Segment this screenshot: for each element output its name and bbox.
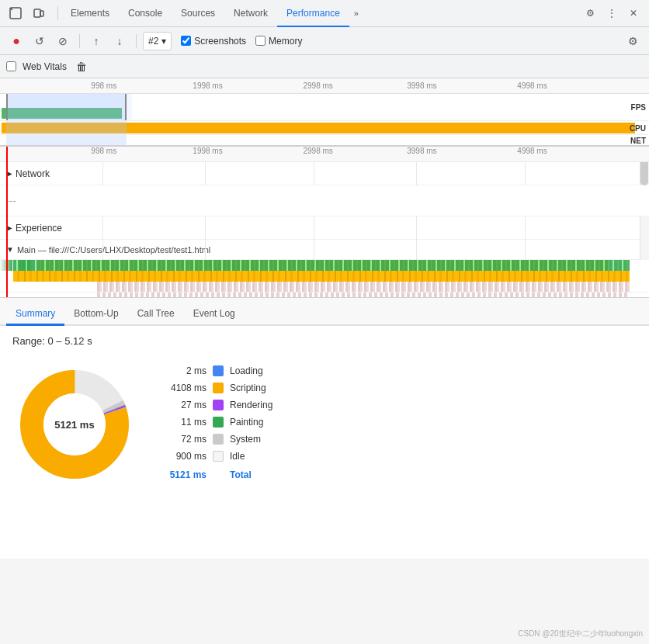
timeline-overview-container[interactable]: 998 ms 1998 ms 2998 ms 3998 ms 4998 ms F…	[0, 78, 649, 147]
more-options-icon[interactable]: ⋮	[602, 4, 621, 23]
tab-network[interactable]: Network	[224, 1, 277, 27]
legend-table: 2 ms Loading 4108 ms Scripting 27 ms Ren…	[160, 362, 362, 483]
main-section-label: Main — file:///C:/Users/LHX/Desktop/test…	[17, 245, 210, 254]
legend-ms-5: 900 ms	[160, 451, 206, 462]
settings-icon[interactable]: ⚙	[581, 4, 599, 23]
ruler-1998: 1998 ms	[193, 81, 222, 90]
net-label: NET	[630, 136, 646, 144]
network-section[interactable]: ▶ Network	[0, 162, 649, 185]
close-icon[interactable]: ✕	[624, 4, 643, 23]
legend-ms-2: 27 ms	[160, 400, 206, 410]
detail-ruler-1998: 1998 ms	[193, 147, 222, 155]
legend-total-label: Total	[230, 469, 252, 480]
upload-button[interactable]: ↑	[86, 31, 106, 51]
main-expand-icon: ▼	[6, 245, 14, 254]
tab-console[interactable]: Console	[119, 1, 172, 27]
legend-row: 11 ms Painting	[160, 414, 362, 431]
legend-row: 2 ms Loading	[160, 362, 362, 379]
donut-total-label: 5121 ms	[54, 419, 94, 431]
ruler-4998: 4998 ms	[517, 81, 547, 90]
detail-ruler: 998 ms 1998 ms 2998 ms 3998 ms 4998 ms	[0, 147, 649, 162]
device-toggle-icon[interactable]	[30, 4, 48, 23]
legend-row: 900 ms Idle	[160, 448, 362, 465]
legend-row: 27 ms Rendering	[160, 396, 362, 414]
tab-sources[interactable]: Sources	[172, 1, 224, 27]
memory-label: Memory	[269, 36, 302, 47]
detail-panel[interactable]: 998 ms 1998 ms 2998 ms 3998 ms 4998 ms ▶…	[0, 147, 649, 298]
download-button[interactable]: ↓	[109, 31, 130, 51]
legend-row: 4108 ms Scripting	[160, 379, 362, 396]
legend-swatch-2	[213, 400, 224, 410]
ruler-2998: 2998 ms	[303, 81, 332, 90]
main-section[interactable]: ▼ Main — file:///C:/Users/LHX/Desktop/te…	[0, 240, 649, 260]
dropdown-arrow: ▾	[161, 36, 166, 47]
donut-chart: 5121 ms	[12, 362, 137, 486]
reload-record-button[interactable]: ↺	[30, 31, 50, 51]
legend-label-3: Painting	[230, 417, 263, 428]
legend-ms-1: 4108 ms	[160, 383, 206, 393]
web-vitals-bar: Web Vitals 🗑	[0, 55, 649, 78]
devtools-tab-bar: Elements Console Sources Network Perform…	[0, 0, 649, 27]
legend-swatch-4	[213, 434, 224, 445]
record-button[interactable]: ●	[6, 31, 26, 51]
legend-swatch-3	[213, 417, 224, 428]
legend-ms-0: 2 ms	[160, 365, 206, 376]
detail-ruler-2998: 2998 ms	[303, 147, 332, 155]
legend-ms-4: 72 ms	[160, 434, 206, 445]
web-vitals-label: Web Vitals	[23, 61, 67, 72]
detail-ruler-998: 998 ms	[91, 147, 116, 155]
detail-ruler-3998: 3998 ms	[407, 147, 436, 155]
legend-swatch-1	[213, 383, 224, 393]
profile-label: #2	[148, 36, 158, 47]
watermark: CSDN @20世纪中二少年luohongxin	[518, 628, 643, 639]
legend-row: 72 ms System	[160, 431, 362, 448]
legend-swatch-0	[213, 365, 224, 376]
network-expand-icon: ▶	[6, 169, 12, 178]
clear-button[interactable]: 🗑	[76, 61, 87, 73]
cpu-label: CPU	[630, 123, 646, 132]
tab-bottom-up[interactable]: Bottom-Up	[64, 303, 127, 326]
legend-label-0: Loading	[230, 365, 263, 376]
more-tabs-button[interactable]: »	[349, 9, 363, 18]
legend-label-4: System	[230, 434, 261, 445]
profile-dropdown[interactable]: #2 ▾	[143, 32, 172, 50]
ruler-998: 998 ms	[91, 81, 116, 90]
svg-rect-2	[40, 11, 43, 16]
memory-checkbox[interactable]: Memory	[255, 36, 302, 47]
stop-button[interactable]: ⊘	[53, 31, 73, 51]
performance-toolbar: ● ↺ ⊘ ↑ ↓ #2 ▾ Screenshots Memory ⚙	[0, 27, 649, 55]
capture-settings-button[interactable]: ⚙	[623, 31, 643, 51]
tab-event-log[interactable]: Event Log	[184, 303, 245, 326]
tab-call-tree[interactable]: Call Tree	[128, 303, 184, 326]
range-label: Range: 0 – 5.12 s	[12, 335, 637, 347]
screenshots-checkbox[interactable]: Screenshots	[181, 36, 246, 47]
experience-section[interactable]: ▶ Experience	[0, 216, 649, 240]
inspect-icon[interactable]	[6, 4, 25, 23]
web-vitals-checkbox[interactable]	[6, 61, 16, 71]
svg-rect-1	[34, 9, 40, 17]
legend-label-5: Idle	[230, 451, 245, 462]
screenshots-label: Screenshots	[194, 36, 246, 47]
ruler-3998: 3998 ms	[407, 81, 436, 90]
fps-label: FPS	[631, 103, 646, 112]
bottom-tab-bar: Summary Bottom-Up Call Tree Event Log	[0, 298, 649, 326]
legend-label-1: Scripting	[230, 383, 266, 393]
legend-label-2: Rendering	[230, 400, 272, 410]
legend-total-ms: 5121 ms	[160, 469, 206, 480]
network-section-label: Network	[16, 168, 50, 179]
tab-performance[interactable]: Performance	[277, 1, 349, 27]
detail-ruler-4998: 4998 ms	[517, 147, 547, 155]
summary-panel: Range: 0 – 5.12 s	[0, 326, 649, 559]
tab-summary[interactable]: Summary	[6, 303, 64, 326]
tab-elements[interactable]: Elements	[61, 1, 119, 27]
experience-section-label: Experience	[16, 223, 62, 234]
legend-swatch-5	[213, 451, 224, 462]
experience-expand-icon: ▶	[6, 223, 12, 232]
legend-ms-3: 11 ms	[160, 417, 206, 428]
